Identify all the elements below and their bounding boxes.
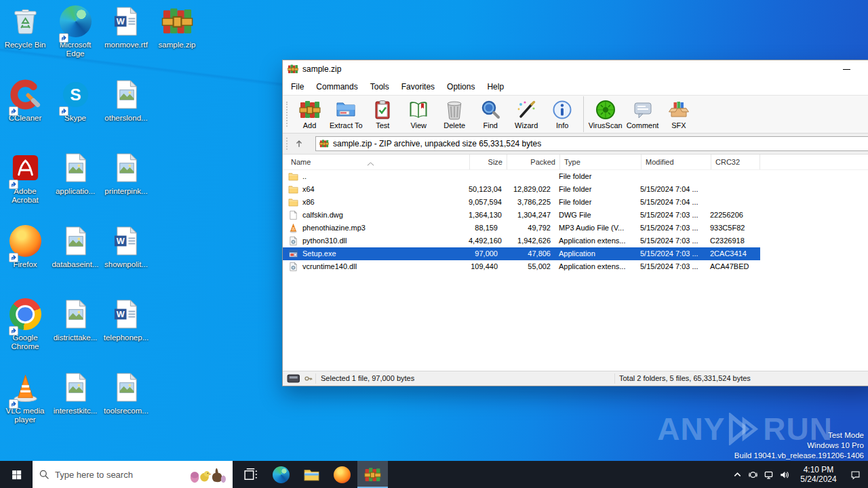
column-header-packed[interactable]: Packed [507,155,560,169]
toolbar-button[interactable]: Extract To [328,96,365,132]
delete-icon [443,99,465,121]
desktop-icon[interactable]: W shownpolit... [102,225,151,269]
up-one-level-button[interactable] [291,137,307,150]
file-name: x64 [302,183,315,196]
tray-update-icon[interactable] [745,461,761,488]
toolbar-button[interactable]: Test [365,96,401,132]
clock[interactable]: 4:10 PM 5/24/2024 [797,465,840,484]
tray-network-icon[interactable] [761,461,776,488]
file-row[interactable]: vcruntime140.dll 109,440 55,002 Applicat… [283,260,760,273]
tray-volume-icon[interactable] [776,461,792,488]
taskbar: 4:10 PM 5/24/2024 [0,461,868,488]
desktop-icon[interactable]: Firefox [1,225,50,269]
desktop-icon[interactable]: applicatio... [51,152,100,196]
file-crc32: 22256206 [706,209,755,222]
desktop-icon[interactable]: toolsrecom... [102,371,151,415]
status-bar: Selected 1 file, 97,000 bytes Total 2 fo… [283,371,868,386]
word-doc-icon: W [111,225,142,257]
desktop-icon[interactable]: Google Chrome [1,298,50,351]
desktop-icon[interactable]: Recycle Bin [1,5,50,49]
taskbar-app-button[interactable] [327,461,357,488]
file-type: MP3 Audio File (V... [555,222,636,235]
toolbar-button[interactable]: Delete [437,96,473,132]
taskbar-search[interactable] [33,461,233,488]
taskbar-app-button[interactable] [266,461,296,488]
desktop-icon[interactable]: otherslond... [102,79,151,123]
toolbar-button[interactable]: Find [473,96,509,132]
window-titlebar[interactable]: sample.zip [283,60,868,78]
desktop-icon[interactable]: W monmove.rtf [102,5,151,49]
column-header-name[interactable]: Name [288,155,470,169]
desktop-icon-label: shownpolit... [104,260,148,269]
key-icon [304,374,313,383]
desktop-icon[interactable]: interestkitc... [51,371,100,415]
file-modified: 5/15/2024 7:04 ... [636,196,706,209]
file-row[interactable]: x86 9,057,594 3,786,225 File folder 5/15… [283,196,760,209]
tray-chevron-icon[interactable] [730,461,745,488]
desktop-icon[interactable]: districttake... [51,298,100,342]
column-header-crc32[interactable]: CRC32 [711,155,760,169]
toolbar-button-label: Add [303,121,317,129]
desktop-icon[interactable]: sample.zip [153,5,201,49]
desktop-icon[interactable]: S Skype [51,79,100,123]
desktop-icon[interactable]: Adobe Acrobat [1,152,50,205]
file-type: Application extens... [555,260,636,273]
action-center-icon[interactable] [845,461,865,488]
file-name: phenothiazine.mp3 [302,222,366,235]
edge-icon [60,5,92,37]
toolbar-button[interactable]: View [401,96,437,132]
winrar-app-icon [288,64,298,75]
menu-item[interactable]: Tools [364,80,395,94]
desktop-icon[interactable]: databaseint... [51,225,100,269]
menu-item[interactable]: Options [441,80,481,94]
toolbar-button-label: Wizard [515,121,538,129]
file-size: 50,123,041 [465,183,502,196]
file-crc32: 2CAC3414 [706,247,755,260]
column-header-type[interactable]: Type [560,155,642,169]
file-row[interactable]: x64 50,123,041 12,829,022 File folder 5/… [283,183,760,196]
minimize-button[interactable] [839,62,854,76]
search-input[interactable] [55,470,183,480]
desktop-icon[interactable]: W telephonep... [102,298,151,342]
sandbox-mode: Test Mode [734,430,864,441]
file-row[interactable]: .. File folder [283,170,760,183]
menu-item[interactable]: File [285,80,310,94]
toolbar-button[interactable]: SFX [660,96,696,132]
file-row[interactable]: calfskin.dwg 1,364,130 1,304,247 DWG Fil… [283,209,760,222]
toolbar-button[interactable]: VirusScan [583,96,625,132]
dll-icon [288,262,298,272]
file-row[interactable]: Setup.exe 97,000 47,806 Application 5/15… [283,247,760,260]
windows-logo-icon [11,469,22,481]
page-icon [288,210,298,220]
skype-icon: S [60,79,92,110]
file-row[interactable]: python310.dll 4,492,160 1,942,626 Applic… [283,235,760,247]
taskbar-app-button[interactable] [357,461,388,488]
column-header-modified[interactable]: Modified [642,155,711,169]
file-row[interactable]: phenothiazine.mp3 88,159 49,792 MP3 Audi… [283,222,760,235]
desktop-icon[interactable]: VLC media player [1,371,50,424]
toolbar-button-label: Info [556,121,568,129]
explorer-icon [303,466,320,483]
desktop-icon[interactable]: printerpink... [102,152,151,196]
svg-text:S: S [70,85,81,104]
sandbox-os: Windows 10 Pro [734,441,864,451]
start-button[interactable] [0,461,33,488]
menu-item[interactable]: Commands [310,80,363,94]
desktop-icon[interactable]: CCleaner [1,79,50,123]
menu-item[interactable]: Favorites [395,80,441,94]
desktop-icon[interactable]: Microsoft Edge [51,5,100,58]
file-size: 4,492,160 [465,235,502,247]
taskbar-app-button[interactable] [235,461,266,488]
firefox-small-icon [334,466,351,483]
toolbar-button[interactable]: Info [545,96,580,132]
taskbar-app-button[interactable] [296,461,327,488]
shortcut-arrow-icon [9,399,18,409]
file-packed-size: 1,304,247 [502,209,555,222]
toolbar-button[interactable]: Add [292,96,328,132]
toolbar-button[interactable]: Wizard [509,96,545,132]
toolbar-button[interactable]: Comment [625,96,661,132]
column-header-size[interactable]: Size [470,155,507,169]
archive-path-field[interactable]: sample.zip - ZIP archive, unpacked size … [315,136,868,151]
toolbar-button-label: SFX [671,121,686,129]
menu-item[interactable]: Help [481,80,510,94]
